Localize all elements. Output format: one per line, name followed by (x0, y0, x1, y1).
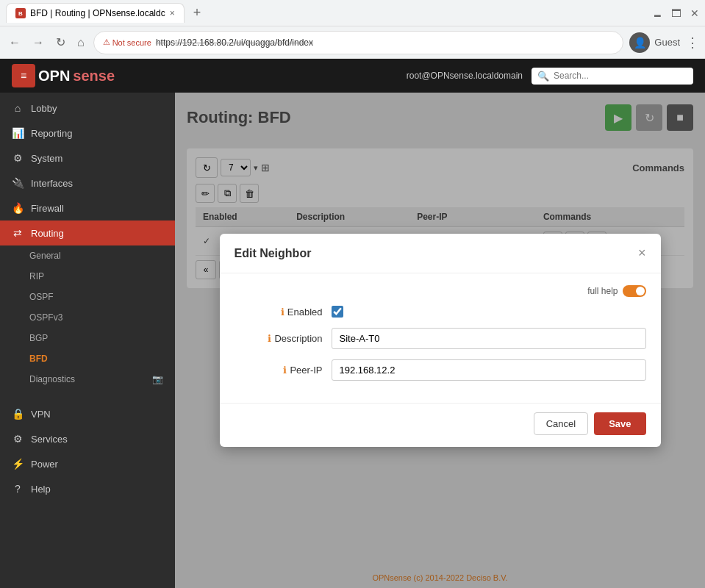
sidebar-item-firewall-label: Firewall (31, 203, 64, 214)
tab-favicon: B (15, 8, 26, 18)
close-icon[interactable]: ✕ (690, 7, 699, 19)
description-label: ℹ Description (235, 333, 323, 344)
sidebar-sub-general[interactable]: General (0, 245, 175, 266)
cancel-button[interactable]: Cancel (534, 412, 588, 435)
firewall-icon: 🔥 (12, 202, 24, 214)
sidebar-item-routing[interactable]: ⇄ Routing (0, 220, 175, 245)
description-input[interactable] (332, 328, 646, 349)
sidebar-sub-bfd-label: BFD (29, 354, 48, 364)
full-help-row: full help (235, 285, 646, 297)
sidebar-sub-ospf-label: OSPF (29, 292, 54, 302)
sidebar-item-reporting[interactable]: 📊 Reporting (0, 121, 175, 146)
sidebar: ⌂ Lobby 📊 Reporting ⚙ System 🔌 Interface… (0, 93, 175, 588)
browser-titlebar: B BFD | Routing | OPNsense.localdc × + 🗕… (0, 0, 705, 26)
sidebar-item-services[interactable]: ⚙ Services (0, 426, 175, 451)
search-icon: 🔍 (537, 71, 549, 82)
modal-title: Edit Neighbor (235, 247, 312, 260)
sidebar-sub-diagnostics[interactable]: Diagnostics 📷 (0, 369, 175, 390)
sidebar-sub-ospfv3[interactable]: OSPFv3 (0, 307, 175, 328)
routing-icon: ⇄ (12, 227, 24, 239)
top-nav: ≡ OPNsense root@OPNsense.localdomain 🔍 (0, 59, 705, 93)
sidebar-item-vpn-label: VPN (31, 409, 51, 420)
profile-icon: 👤 (629, 32, 650, 53)
modal-footer: Cancel Save (220, 403, 661, 447)
logo-opn: OPN (38, 68, 70, 85)
profile-area[interactable]: 👤 Guest (629, 32, 680, 53)
browser-tab[interactable]: B BFD | Routing | OPNsense.localdc × (6, 3, 185, 23)
not-secure-label: Not secure (112, 38, 151, 47)
modal-overlay: Edit Neighbor × full help ℹ Enabled (175, 93, 705, 588)
form-row-description: ℹ Description (235, 328, 646, 349)
back-button[interactable]: ← (6, 33, 24, 52)
browser-menu-button[interactable]: ⋮ (686, 35, 699, 51)
forward-button[interactable]: → (29, 33, 47, 52)
form-row-peer-ip: ℹ Peer-IP (235, 359, 646, 381)
main-layout: ⌂ Lobby 📊 Reporting ⚙ System 🔌 Interface… (0, 93, 705, 588)
new-tab-button[interactable]: + (190, 5, 204, 21)
form-row-enabled: ℹ Enabled (235, 306, 646, 318)
sidebar-item-power[interactable]: ⚡ Power (0, 451, 175, 476)
sidebar-sub-rip-label: RIP (29, 271, 44, 282)
sidebar-sub-diagnostics-label: Diagnostics (29, 374, 75, 384)
browser-toolbar: ← → ↻ ⌂ ⚠ Not secure https://192.168.80.… (0, 26, 705, 59)
sidebar-item-help-label: Help (31, 484, 51, 495)
peer-ip-input[interactable] (332, 359, 646, 381)
sidebar-item-vpn[interactable]: 🔒 VPN (0, 401, 175, 426)
sidebar-item-help[interactable]: ? Help (0, 476, 175, 501)
modal-header: Edit Neighbor × (220, 234, 661, 273)
interfaces-icon: 🔌 (12, 177, 24, 189)
power-icon: ⚡ (12, 458, 24, 470)
modal-close-button[interactable]: × (638, 245, 646, 261)
profile-label: Guest (654, 37, 680, 48)
reporting-icon: 📊 (12, 127, 24, 139)
address-bar[interactable]: ⚠ Not secure https://192.168.80.2/ui/qua… (93, 31, 624, 54)
sidebar-item-firewall[interactable]: 🔥 Firewall (0, 196, 175, 220)
peer-ip-label: ℹ Peer-IP (235, 365, 323, 376)
maximize-icon[interactable]: 🗖 (671, 7, 681, 19)
top-nav-user: root@OPNsense.localdomain (407, 71, 523, 81)
enabled-info-icon: ℹ (281, 306, 284, 318)
full-help-label: full help (587, 286, 618, 296)
search-input[interactable] (554, 71, 687, 81)
tab-close-button[interactable]: × (170, 8, 175, 18)
sidebar-item-services-label: Services (31, 434, 68, 445)
help-icon: ? (12, 483, 24, 495)
app-container: ≡ OPNsense root@OPNsense.localdomain 🔍 ⌂… (0, 59, 705, 588)
top-search[interactable]: 🔍 (532, 68, 693, 85)
vpn-icon: 🔒 (12, 408, 24, 420)
sidebar-item-reporting-label: Reporting (31, 128, 72, 139)
enabled-checkbox[interactable] (332, 306, 343, 318)
content-area: Routing: BFD ▶ ↻ ■ ↻ 7 ▾ ⊞ (175, 93, 705, 588)
sidebar-item-lobby[interactable]: ⌂ Lobby (0, 96, 175, 121)
sidebar-sub-ospfv3-label: OSPFv3 (29, 312, 62, 323)
description-info-icon: ℹ (268, 333, 271, 344)
sidebar-sub-bgp[interactable]: BGP (0, 328, 175, 348)
reload-button[interactable]: ↻ (53, 32, 68, 52)
save-button[interactable]: Save (594, 412, 645, 435)
sidebar-item-system-label: System (31, 153, 62, 164)
sidebar-item-power-label: Power (31, 459, 58, 470)
sidebar-sub-bfd[interactable]: BFD (0, 348, 175, 369)
peer-ip-info-icon: ℹ (283, 365, 287, 376)
warning-icon: ⚠ (103, 37, 110, 47)
sidebar-sub-ospf[interactable]: OSPF (0, 287, 175, 307)
url-display: https://192.168.80.2/ui/quagga/bfd/index (156, 37, 313, 48)
services-icon: ⚙ (12, 433, 24, 445)
full-help-toggle[interactable] (623, 285, 646, 297)
sidebar-sub-rip[interactable]: RIP (0, 266, 175, 287)
home-button[interactable]: ⌂ (74, 33, 87, 52)
sidebar-item-lobby-label: Lobby (31, 103, 57, 114)
modal-body: full help ℹ Enabled ℹ (220, 273, 661, 403)
window-controls: 🗕 🗖 ✕ (652, 7, 699, 19)
tab-title: BFD | Routing | OPNsense.localdc (30, 8, 165, 18)
sidebar-sub-bgp-label: BGP (29, 333, 48, 343)
diagnostics-icon: 📷 (152, 374, 163, 384)
enabled-label: ℹ Enabled (235, 306, 323, 318)
sidebar-item-system[interactable]: ⚙ System (0, 146, 175, 171)
security-indicator: ⚠ Not secure (103, 37, 151, 47)
system-icon: ⚙ (12, 152, 24, 164)
logo-icon: ≡ (12, 64, 35, 87)
minimize-icon[interactable]: 🗕 (652, 7, 662, 19)
sidebar-item-interfaces[interactable]: 🔌 Interfaces (0, 171, 175, 196)
sidebar-item-interfaces-label: Interfaces (31, 178, 73, 189)
